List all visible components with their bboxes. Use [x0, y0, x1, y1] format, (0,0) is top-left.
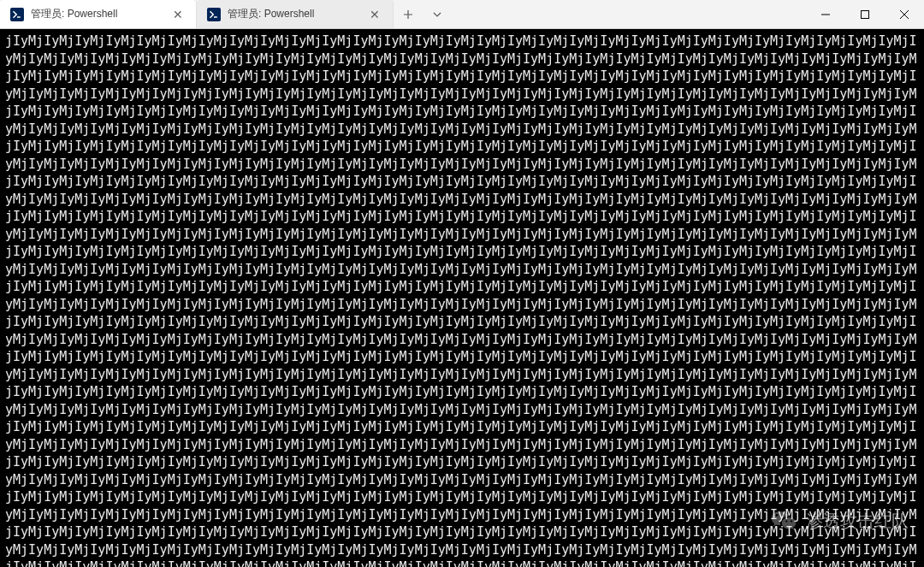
close-button[interactable]: [885, 0, 924, 29]
new-tab-button[interactable]: [394, 0, 423, 28]
minimize-button[interactable]: [806, 0, 845, 29]
titlebar-drag-area[interactable]: [452, 0, 806, 28]
tab-1-title: 管理员: Powershell: [228, 7, 360, 21]
powershell-icon: [207, 8, 221, 21]
powershell-icon: [10, 8, 24, 21]
tab-1-close-icon[interactable]: ✕: [367, 7, 382, 22]
terminal-body[interactable]: jIyMjIyMjIyMjIyMjIyMjIyMjIyMjIyMjIyMjIyM…: [0, 29, 924, 567]
window-titlebar: 管理员: Powershell ✕ 管理员: Powershell ✕: [0, 0, 924, 29]
tab-0-close-icon[interactable]: ✕: [170, 7, 186, 22]
svg-rect-0: [862, 11, 869, 19]
tab-dropdown-button[interactable]: [423, 0, 452, 28]
tab-1[interactable]: 管理员: Powershell ✕: [197, 0, 394, 28]
maximize-button[interactable]: [845, 0, 885, 29]
window-controls: [806, 0, 924, 28]
encoded-output: jIyMjIyMjIyMjIyMjIyMjIyMjIyMjIyMjIyMjIyM…: [5, 33, 917, 567]
tab-0[interactable]: 管理员: Powershell ✕: [0, 0, 197, 28]
tab-0-title: 管理员: Powershell: [31, 7, 163, 21]
